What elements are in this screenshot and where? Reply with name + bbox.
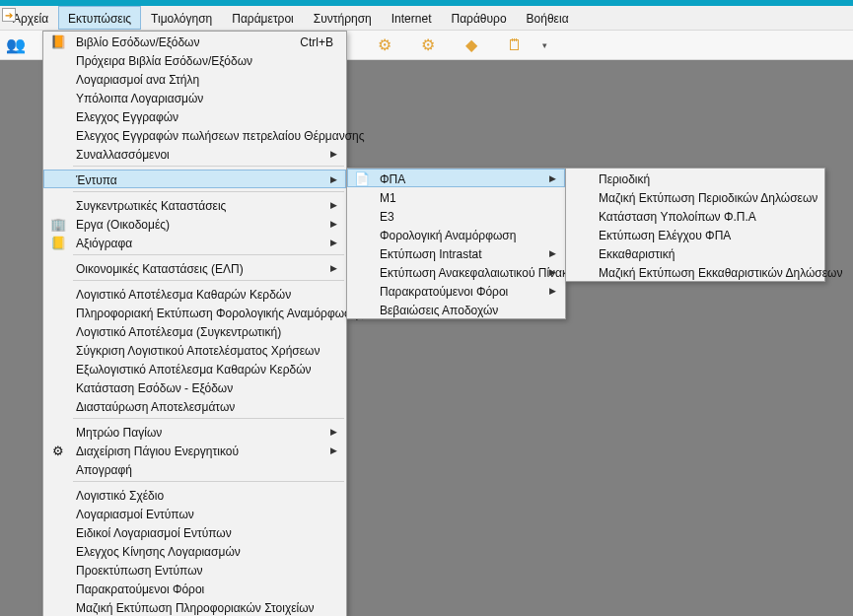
menu-item-label: Ελεγχος Κίνησης Λογαριασμών [76, 545, 241, 559]
menu-separator [73, 418, 344, 419]
menu-ektyposeis: 📙Βιβλίο Εσόδων/ΕξόδωνCtrl+BΠρόχειρα Βιβλ… [42, 31, 347, 616]
menu-item-label: Μαζική Εκτύπωση Περιοδικών Δηλώσεων [599, 191, 817, 205]
menubar-item-3[interactable]: Παράμετροι [222, 6, 304, 30]
menu1-item-4[interactable]: Ελεγχος Εγγραφών [43, 106, 346, 125]
menu1-item-12[interactable]: 📒Αξιόγραφα▶ [43, 233, 346, 251]
menu1-item-0[interactable]: 📙Βιβλίο Εσόδων/ΕξόδωνCtrl+B [43, 32, 346, 50]
chevron-right-icon: ▶ [330, 236, 337, 249]
menu1-item-5[interactable]: Ελεγχος Εγγραφών πωλήσεων πετρελαίου Θέρ… [43, 125, 346, 144]
menu-item-label: Αξιόγραφα [76, 237, 132, 250]
menu1-item-30[interactable]: Ειδικοί Λογαριασμοί Εντύπων [43, 522, 346, 541]
note-icon: 📒 [50, 236, 66, 251]
menu1-item-31[interactable]: Ελεγχος Κίνησης Λογαριασμών [43, 541, 346, 560]
menu-item-label: Ελεγχος Εγγραφών [76, 110, 178, 124]
menubar-item-5[interactable]: Internet [382, 6, 442, 30]
menu1-item-34[interactable]: Μαζική Εκτύπωση Πληροφοριακών Στοιχείων [43, 597, 346, 616]
dropdown-arrow-icon[interactable]: ▾ [534, 35, 554, 55]
menu2-item-7[interactable]: Βεβαιώσεις Αποδοχών [347, 300, 565, 318]
menu-item-label: Πρόχειρα Βιβλία Εσόδων/Εξόδων [76, 54, 252, 68]
menu-item-label: Παρακρατούμενοι Φόροι [380, 285, 508, 299]
menu2-item-3[interactable]: Φορολογική Αναμόρφωση [347, 225, 565, 243]
menubar-item-7[interactable]: Βοήθεια [517, 6, 579, 30]
menu-separator [73, 254, 344, 255]
menu3-item-4[interactable]: Εκκαθαριστική [566, 243, 824, 262]
menu-item-label: ΦΠΑ [380, 172, 405, 186]
gears-icon: ⚙ [50, 444, 66, 459]
menu-item-label: Κατάσταση Εσόδων - Εξόδων [76, 381, 233, 395]
menu-item-label: Διασταύρωση Αποτελεσμάτων [76, 400, 235, 414]
menu-item-label: Λογιστικό Αποτέλεσμα Καθαρών Κερδών [76, 288, 291, 302]
menubar-item-1[interactable]: Εκτυπώσεις [58, 6, 141, 30]
submenu-entypa: 📄ΦΠΑ▶Μ1Ε3Φορολογική ΑναμόρφωσηΕκτύπωση I… [346, 168, 566, 319]
menu-item-label: Συγκεντρωτικές Καταστάσεις [76, 199, 226, 213]
menu3-item-0[interactable]: Περιοδική [566, 169, 824, 187]
menu1-item-26[interactable]: Απογραφή [43, 459, 346, 478]
menu-item-label: Βιβλίο Εσόδων/Εξόδων [76, 35, 200, 49]
menu2-item-5[interactable]: Εκτύπωση Ανακεφαλαιωτικού Πίνακα▶ [347, 262, 565, 281]
menu-item-label: Εκκαθαριστική [599, 247, 675, 261]
menu-separator [73, 166, 344, 167]
menu-separator [73, 191, 344, 192]
book-icon: 📙 [50, 34, 66, 50]
menu-item-label: Κατάσταση Υπολοίπων Φ.Π.Α [599, 210, 756, 224]
menu1-item-6[interactable]: Συναλλασσόμενοι▶ [43, 144, 346, 163]
menu1-item-1[interactable]: Πρόχειρα Βιβλία Εσόδων/Εξόδων [43, 50, 346, 69]
menu-shortcut: Ctrl+B [300, 35, 333, 49]
menu3-item-2[interactable]: Κατάσταση Υπολοίπων Φ.Π.Α [566, 206, 824, 225]
notes-icon[interactable]: 🗒 [505, 35, 525, 55]
menu1-item-32[interactable]: Προεκτύπωση Εντύπων [43, 560, 346, 579]
building-icon: 🏢 [50, 217, 66, 233]
menu2-item-6[interactable]: Παρακρατούμενοι Φόροι▶ [347, 281, 565, 300]
menu2-item-0[interactable]: 📄ΦΠΑ▶ [347, 169, 565, 187]
menu-item-label: Οικονομικές Καταστάσεις (ΕΛΠ) [76, 262, 244, 276]
menu3-item-5[interactable]: Μαζική Εκτύπωση Εκκαθαριστικών Δηλώσεων [566, 262, 824, 281]
menu-item-label: Εκτύπωση Intrastat [380, 247, 482, 261]
menu2-item-4[interactable]: Εκτύπωση Intrastat▶ [347, 243, 565, 262]
menu1-item-33[interactable]: Παρακρατούμενοι Φόροι [43, 579, 346, 597]
menu-item-label: Διαχείριση Πάγιου Ενεργητικού [76, 445, 239, 458]
menu1-item-14[interactable]: Οικονομικές Καταστάσεις (ΕΛΠ)▶ [43, 258, 346, 277]
menu1-item-19[interactable]: Σύγκριση Λογιστικού Αποτελέσματος Χρήσεω… [43, 340, 346, 359]
menubar-item-4[interactable]: Συντήρηση [304, 6, 382, 30]
menu3-item-3[interactable]: Εκτύπωση Ελέγχου ΦΠΑ [566, 225, 824, 243]
menu1-item-18[interactable]: Λογιστικό Αποτέλεσμα (Συγκεντρωτική) [43, 321, 346, 340]
menu-item-label: Εξωλογιστικό Αποτέλεσμα Καθαρών Κερδών [76, 363, 312, 376]
menu-item-label: Συναλλασσόμενοι [76, 148, 170, 162]
menu-item-label: Βεβαιώσεις Αποδοχών [380, 304, 498, 317]
menu1-item-25[interactable]: ⚙Διαχείριση Πάγιου Ενεργητικού▶ [43, 441, 346, 459]
menubar-item-2[interactable]: Τιμολόγηση [141, 6, 222, 30]
menu-item-label: Εκτύπωση Ελέγχου ΦΠΑ [599, 229, 731, 242]
users-icon[interactable]: 👥 [6, 35, 26, 55]
menu-item-label: Ελεγχος Εγγραφών πωλήσεων πετρελαίου Θέρ… [76, 129, 365, 143]
chevron-right-icon: ▶ [330, 261, 337, 275]
menu-item-label: Πληροφοριακή Εκτύπωση Φορολογικής Αναμόρ… [76, 307, 364, 320]
menu1-item-28[interactable]: Λογιστικό Σχέδιο [43, 485, 346, 504]
menu3-item-1[interactable]: Μαζική Εκτύπωση Περιοδικών Δηλώσεων [566, 187, 824, 206]
chevron-right-icon: ▶ [549, 246, 556, 260]
menu1-item-20[interactable]: Εξωλογιστικό Αποτέλεσμα Καθαρών Κερδών [43, 359, 346, 377]
menubar-item-6[interactable]: Παράθυρο [441, 6, 516, 30]
chevron-right-icon: ▶ [330, 425, 337, 439]
gears-icon[interactable]: ⚙ [375, 35, 394, 55]
menu-item-label: Λογιστικό Αποτέλεσμα (Συγκεντρωτική) [76, 325, 281, 339]
menu1-item-29[interactable]: Λογαριασμοί Εντύπων [43, 504, 346, 522]
menu1-item-3[interactable]: Υπόλοιπα Λογαριασμών [43, 88, 346, 106]
menu1-item-2[interactable]: Λογαριασμοί ανα Στήλη [43, 69, 346, 88]
menu1-item-16[interactable]: Λογιστικό Αποτέλεσμα Καθαρών Κερδών [43, 284, 346, 303]
menu-item-label: Μητρώο Παγίων [76, 426, 162, 440]
menu1-item-8[interactable]: Έντυπα▶ [43, 170, 346, 188]
menu1-item-10[interactable]: Συγκεντρωτικές Καταστάσεις▶ [43, 195, 346, 214]
menu1-item-24[interactable]: Μητρώο Παγίων▶ [43, 422, 346, 441]
menu-item-label: Φορολογική Αναμόρφωση [380, 229, 516, 242]
book-help-icon[interactable]: ◆ [462, 35, 481, 55]
menu2-item-1[interactable]: Μ1 [347, 187, 565, 206]
menu1-item-17[interactable]: Πληροφοριακή Εκτύπωση Φορολογικής Αναμόρ… [43, 303, 346, 321]
chevron-right-icon: ▶ [330, 147, 337, 161]
menu1-item-11[interactable]: 🏢Εργα (Οικοδομές)▶ [43, 214, 346, 233]
menu-item-label: Εργα (Οικοδομές) [76, 218, 170, 232]
menu-item-label: Λογαριασμοί Εντύπων [76, 508, 194, 521]
menu1-item-21[interactable]: Κατάσταση Εσόδων - Εξόδων [43, 377, 346, 396]
menu2-item-2[interactable]: Ε3 [347, 206, 565, 225]
menu1-item-22[interactable]: Διασταύρωση Αποτελεσμάτων [43, 396, 346, 415]
gear-icon[interactable]: ⚙ [418, 35, 438, 55]
